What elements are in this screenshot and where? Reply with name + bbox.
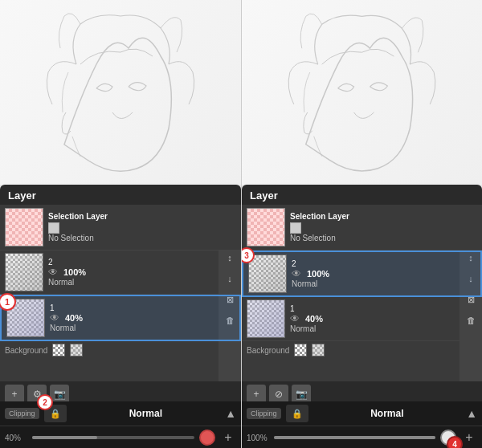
bg-swatch2-right <box>312 344 325 356</box>
bg-swatch-right <box>294 344 307 356</box>
bg-row-right[interactable]: Background <box>242 341 482 359</box>
plus-btn-left[interactable]: + <box>220 430 236 446</box>
layer-2-row-left[interactable]: 2 👁 100% Normal <box>0 250 241 295</box>
opacity-label-right: 100% <box>247 434 269 442</box>
canvas-area-right <box>242 0 482 185</box>
layer-2-opacity-left: 100% <box>63 267 86 277</box>
layer-1-info-left: 1 👁 40% Normal <box>50 303 214 332</box>
bottom-bar-top-left: Clipping 🔒 Normal ▲ <box>0 401 241 426</box>
selection-layer-row-left[interactable]: Selection Layer No Selection <box>0 205 241 250</box>
layer-1-info-right: 1 👁 40% Normal <box>290 304 456 333</box>
opacity-slider-left[interactable] <box>32 436 194 439</box>
layer-1-eye-left[interactable]: 👁 <box>50 312 59 324</box>
layer-1-thumb-right <box>247 299 285 338</box>
selection-info-right: Selection Layer No Selection <box>290 212 456 242</box>
selection-info-left: Selection Layer No Selection <box>48 212 215 242</box>
alpha-lock-right[interactable]: 🔒 <box>286 405 308 422</box>
chevron-right[interactable]: ▲ <box>466 407 477 420</box>
right-panel: Layer ⊞ ✦ ↕ ↓ ⊠ 🗑 Selection Layer <box>241 0 482 448</box>
layer-2-mode-right: Normal <box>292 279 455 288</box>
sketch-bg-right <box>242 0 482 185</box>
selection-layer-label-right: Selection Layer <box>290 212 456 221</box>
bg-label-left: Background <box>5 346 47 355</box>
clipping-btn-right[interactable]: Clipping <box>247 408 281 419</box>
bottom-bar-top-right: Clipping 🔒 Normal ▲ <box>242 401 482 426</box>
layer-2-eye-right[interactable]: 👁 <box>292 268 301 279</box>
left-panel: Layer ⊞ ✦ ↕ ↓ ⊠ 🗑 Selection Layer <box>0 0 241 448</box>
layer-1-row-right[interactable]: 1 👁 40% Normal <box>242 297 482 341</box>
layer-1-number-left: 1 <box>50 303 214 312</box>
bottom-bar-bottom-left: 40% + <box>0 426 241 448</box>
chevron-left[interactable]: ▲ <box>225 407 236 420</box>
layer-panel-left: Layer ⊞ ✦ ↕ ↓ ⊠ 🗑 Selection Layer <box>0 185 241 401</box>
layer-2-opacity-right: 100% <box>307 269 329 279</box>
bg-label-right: Background <box>247 346 289 355</box>
layer-2-mode-left: Normal <box>48 278 215 287</box>
canvas-area-left <box>0 0 241 185</box>
no-selection-label-left: No Selection <box>48 234 215 242</box>
layer-1-opacity-left: 40% <box>65 313 83 323</box>
layer-2-number-right: 2 <box>292 259 455 268</box>
mode-label-left[interactable]: Normal <box>71 408 221 419</box>
no-selection-label-right: No Selection <box>290 234 456 242</box>
opacity-circle-left[interactable] <box>199 430 215 446</box>
layer-2-info-right: 2 👁 100% Normal <box>292 259 455 288</box>
opacity-label-left: 40% <box>5 434 27 442</box>
layer-panel-right: Layer ⊞ ✦ ↕ ↓ ⊠ 🗑 Selection Layer <box>242 185 482 401</box>
selection-checkbox-right[interactable] <box>290 222 301 234</box>
bottom-bar-left: Clipping 🔒 Normal ▲ 40% + <box>0 401 241 448</box>
plus-btn-right[interactable]: + <box>461 430 477 446</box>
selection-thumbnail-left <box>5 208 43 246</box>
layer-1-row-left[interactable]: 1 👁 40% Normal 1 <box>0 295 241 341</box>
bg-swatch2-left <box>70 344 83 356</box>
layer-2-number-left: 2 <box>48 258 215 267</box>
selection-thumbnail-right <box>247 208 285 246</box>
layer-2-row-right[interactable]: 3 2 👁 100% Normal <box>242 250 482 297</box>
layer-title-right: Layer <box>242 185 482 205</box>
layer-1-eye-right[interactable]: 👁 <box>290 313 300 324</box>
layer-list-left: ⊞ ✦ ↕ ↓ ⊠ 🗑 Selection Layer No Selection <box>0 205 241 381</box>
bottom-bar-bottom-right: 100% 4 + <box>242 426 482 448</box>
layer-2-thumb-right <box>248 255 287 293</box>
layer-1-number-right: 1 <box>290 304 456 313</box>
clipping-btn-left[interactable]: Clipping <box>5 408 39 419</box>
opacity-slider-right[interactable] <box>274 436 435 439</box>
selection-layer-label-left: Selection Layer <box>48 212 215 221</box>
sketch-bg-left <box>0 0 241 185</box>
layer-2-eye-left[interactable]: 👁 <box>48 267 58 278</box>
layer-1-mode-left: Normal <box>50 324 214 332</box>
layer-2-info-left: 2 👁 100% Normal <box>48 258 215 287</box>
bg-row-left[interactable]: Background <box>0 341 241 359</box>
selection-layer-row-right[interactable]: Selection Layer No Selection <box>242 205 482 250</box>
layer-2-thumb-left <box>5 253 43 291</box>
layer-list-right: ⊞ ✦ ↕ ↓ ⊠ 🗑 Selection Layer No Selection <box>242 205 482 381</box>
bg-swatch-left <box>52 344 65 356</box>
bottom-bar-right: Clipping 🔒 Normal ▲ 100% 4 + <box>242 401 482 448</box>
mode-label-right[interactable]: Normal <box>313 408 462 419</box>
selection-checkbox-left[interactable] <box>48 222 59 234</box>
layer-1-opacity-right: 40% <box>305 314 323 324</box>
badge-2: 2 <box>37 394 53 410</box>
layer-title-left: Layer <box>0 185 241 205</box>
badge-4: 4 <box>447 436 463 448</box>
layer-1-mode-right: Normal <box>290 324 456 333</box>
